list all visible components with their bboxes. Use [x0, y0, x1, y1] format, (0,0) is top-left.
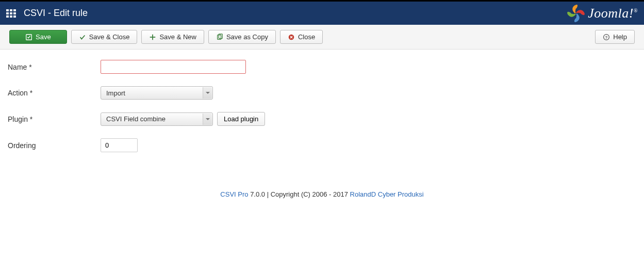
- apply-icon: [25, 34, 32, 41]
- plugin-value: CSVI Field combine: [106, 115, 166, 123]
- header-bar: CSVI - Edit rule Joomla!®: [0, 2, 644, 25]
- svg-text:?: ?: [605, 35, 608, 40]
- footer-link-rolandd[interactable]: RolandD Cyber Produksi: [350, 190, 424, 198]
- save-close-button[interactable]: Save & Close: [71, 30, 138, 44]
- action-select[interactable]: Import: [101, 86, 213, 100]
- action-value: Import: [106, 89, 125, 97]
- footer-link-csvi[interactable]: CSVI Pro: [220, 190, 248, 198]
- plugin-label: Plugin *: [8, 115, 101, 123]
- name-label: Name *: [8, 63, 101, 71]
- copy-icon: [216, 34, 223, 41]
- brand-name: Joomla!: [588, 6, 634, 21]
- chevron-down-icon: [203, 114, 212, 125]
- footer: CSVI Pro 7.0.0 | Copyright (C) 2006 - 20…: [0, 190, 644, 198]
- check-icon: [79, 34, 86, 41]
- footer-copyright: 7.0.0 | Copyright (C) 2006 - 2017: [249, 190, 350, 198]
- joomla-logo: Joomla!®: [566, 4, 638, 23]
- form-area: Name * Action * Import Plugin * CSVI Fie…: [0, 50, 644, 175]
- plugin-select[interactable]: CSVI Field combine: [101, 112, 213, 126]
- save-new-button[interactable]: Save & New: [141, 30, 204, 44]
- save-button[interactable]: Save: [9, 30, 67, 44]
- action-label: Action *: [8, 89, 101, 97]
- help-button[interactable]: ? Help: [595, 30, 635, 44]
- help-icon: ?: [603, 34, 610, 41]
- cancel-icon: [288, 34, 295, 41]
- name-input[interactable]: [101, 60, 246, 74]
- toolbar: Save Save & Close Save & New Save as Cop…: [0, 25, 644, 50]
- save-copy-button[interactable]: Save as Copy: [208, 30, 276, 44]
- menu-grid-icon[interactable]: [6, 9, 18, 18]
- ordering-input[interactable]: [101, 138, 138, 152]
- load-plugin-button[interactable]: Load plugin: [217, 112, 265, 126]
- page-title: CSVI - Edit rule: [24, 8, 88, 19]
- ordering-label: Ordering: [8, 141, 101, 150]
- close-button[interactable]: Close: [280, 30, 323, 44]
- plus-icon: [149, 34, 156, 41]
- chevron-down-icon: [203, 87, 212, 99]
- joomla-mark-icon: [566, 4, 586, 23]
